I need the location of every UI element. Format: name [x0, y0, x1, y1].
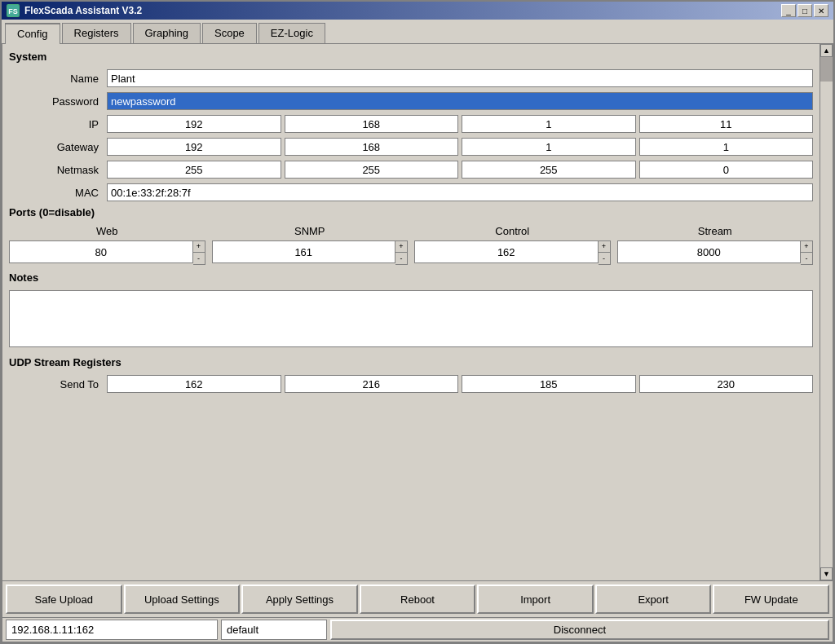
netmask-field-2[interactable] [285, 161, 459, 179]
snmp-port-col: SNMP + - [212, 225, 409, 265]
snmp-port-up[interactable]: + [395, 241, 407, 253]
scrollable-area: System Name Password IP [2, 44, 820, 580]
scrollbar-thumb[interactable] [820, 57, 833, 82]
mac-label: MAC [9, 187, 107, 199]
window-controls: _ □ ✕ [781, 4, 828, 17]
snmp-port-spinners: + - [395, 240, 408, 265]
control-port-label: Control [495, 225, 529, 237]
stream-port-col: Stream + - [617, 225, 814, 265]
ip-field-1[interactable] [107, 115, 281, 133]
control-port-spinners: + - [599, 240, 611, 265]
tab-scope[interactable]: Scope [202, 23, 257, 43]
gateway-row: Gateway [9, 138, 813, 156]
web-port-col: Web + - [9, 225, 205, 265]
name-input[interactable] [107, 69, 813, 87]
ports-header: Ports (0=disable) [9, 206, 813, 218]
ports-grid: Web + - SNMP [9, 225, 813, 265]
udp-field-3[interactable] [462, 375, 636, 393]
tab-ez-logic[interactable]: EZ-Logic [258, 23, 325, 43]
udp-field-4[interactable] [639, 375, 814, 393]
gateway-field-2[interactable] [285, 138, 459, 156]
web-port-input-row: + - [9, 240, 205, 265]
stream-port-label: Stream [698, 225, 732, 237]
gateway-fields [107, 138, 813, 156]
upload-settings-button[interactable]: Upload Settings [124, 584, 241, 614]
control-port-input[interactable] [414, 240, 599, 263]
web-port-spinners: + - [193, 240, 205, 265]
tab-bar: Config Registers Graphing Scope EZ-Logic [2, 20, 833, 43]
gateway-field-3[interactable] [462, 138, 636, 156]
control-port-up[interactable]: + [599, 241, 610, 253]
udp-header: UDP Stream Registers [9, 356, 813, 368]
stream-port-down[interactable]: - [801, 253, 812, 264]
name-row: Name [9, 69, 813, 87]
reboot-button[interactable]: Reboot [360, 584, 476, 614]
mac-input[interactable] [107, 183, 813, 201]
title-bar: FS FlexScada Assistant V3.2 _ □ ✕ [2, 2, 833, 20]
netmask-row: Netmask [9, 161, 813, 179]
safe-upload-button[interactable]: Safe Upload [6, 584, 122, 614]
stream-port-up[interactable]: + [801, 241, 812, 253]
tab-registers[interactable]: Registers [62, 23, 131, 43]
web-port-label: Web [96, 225, 118, 237]
fw-update-button[interactable]: FW Update [713, 584, 829, 614]
ip-label: IP [9, 118, 107, 130]
control-port-input-row: + - [414, 240, 611, 265]
app-icon: FS [7, 4, 20, 17]
netmask-field-4[interactable] [639, 161, 814, 179]
password-input[interactable] [107, 92, 813, 110]
snmp-port-input[interactable] [212, 240, 396, 263]
netmask-field-1[interactable] [107, 161, 281, 179]
udp-field-2[interactable] [285, 375, 459, 393]
gateway-field-1[interactable] [107, 138, 281, 156]
title-bar-left: FS FlexScada Assistant V3.2 [7, 4, 142, 17]
password-row: Password [9, 92, 813, 110]
stream-port-input[interactable] [617, 240, 802, 263]
mac-row: MAC [9, 183, 813, 201]
web-port-down[interactable]: - [193, 253, 205, 264]
status-bar: 192.168.1.11:162 default Disconnect [2, 617, 833, 642]
notes-section: Notes [9, 271, 813, 350]
tab-graphing[interactable]: Graphing [133, 23, 201, 43]
netmask-label: Netmask [9, 164, 107, 176]
scroll-down-btn[interactable]: ▼ [820, 567, 833, 580]
status-profile: default [221, 620, 327, 640]
web-port-input[interactable] [9, 240, 193, 263]
gateway-label: Gateway [9, 141, 107, 153]
udp-section: UDP Stream Registers Send To [9, 356, 813, 393]
udp-send-to-label: Send To [9, 378, 107, 390]
stream-port-spinners: + - [801, 240, 813, 265]
ip-field-2[interactable] [285, 115, 459, 133]
control-port-down[interactable]: - [599, 253, 610, 264]
web-port-up[interactable]: + [193, 241, 205, 253]
window-title: FlexScada Assistant V3.2 [24, 5, 142, 16]
ip-field-3[interactable] [462, 115, 636, 133]
snmp-port-input-row: + - [212, 240, 409, 265]
export-button[interactable]: Export [595, 584, 712, 614]
close-button[interactable]: ✕ [814, 4, 828, 17]
tab-config[interactable]: Config [5, 23, 60, 44]
scrollbar[interactable]: ▲ ▼ [820, 44, 833, 580]
bottom-buttons: Safe Upload Upload Settings Apply Settin… [2, 580, 833, 617]
ip-fields [107, 115, 813, 133]
name-label: Name [9, 73, 107, 85]
minimize-button[interactable]: _ [781, 4, 796, 17]
main-window: FS FlexScada Assistant V3.2 _ □ ✕ Config… [0, 0, 835, 644]
snmp-port-label: SNMP [294, 225, 325, 237]
notes-textarea[interactable] [9, 290, 813, 347]
gateway-field-4[interactable] [639, 138, 814, 156]
password-label: Password [9, 95, 107, 108]
maximize-button[interactable]: □ [797, 4, 812, 17]
netmask-fields [107, 161, 813, 179]
udp-field-1[interactable] [107, 375, 281, 393]
ip-field-4[interactable] [639, 115, 814, 133]
main-content: System Name Password IP [2, 43, 833, 642]
udp-fields [107, 375, 813, 393]
import-button[interactable]: Import [477, 584, 594, 614]
scroll-up-btn[interactable]: ▲ [820, 44, 833, 57]
disconnect-button[interactable]: Disconnect [330, 620, 829, 640]
apply-settings-button[interactable]: Apply Settings [241, 584, 358, 614]
netmask-field-3[interactable] [462, 161, 636, 179]
ip-row: IP [9, 115, 813, 133]
snmp-port-down[interactable]: - [395, 253, 407, 264]
